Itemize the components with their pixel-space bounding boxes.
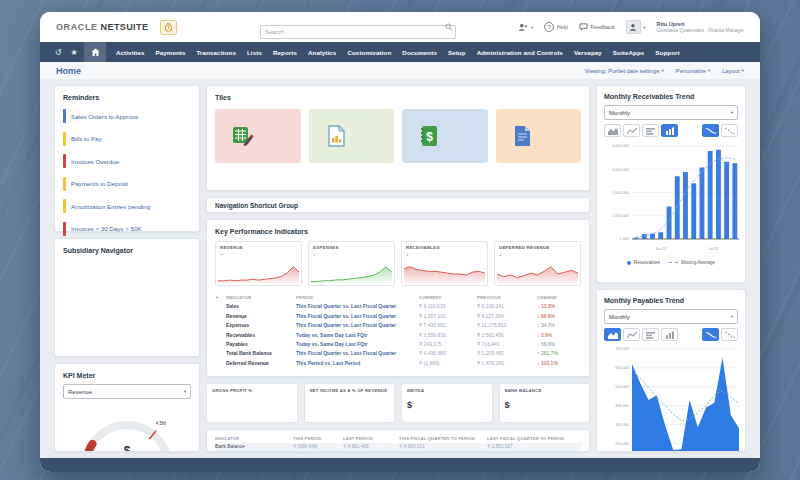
nav-item[interactable]: Setup <box>448 49 466 56</box>
kpi-card-expenses[interactable]: EXPENSES ↓ <box>308 241 395 286</box>
kpi-row-previous: ₹ 1,209,482 <box>477 349 537 358</box>
sum-col-last-period: LAST PERIOD <box>343 435 399 443</box>
navigation-shortcut-portlet: Navigation Shortcut Group <box>206 197 590 213</box>
user-menu[interactable]: ▾ <box>626 20 646 34</box>
kpi-row-current: ₹ 249,175 <box>419 340 477 349</box>
kpi-row-period-link[interactable]: This Period vs. Last Period <box>296 359 419 368</box>
navigation-shortcut-title: Navigation Shortcut Group <box>215 202 298 209</box>
kpi-row-change: ↓ 66.8% <box>537 340 581 349</box>
area-chart-button[interactable] <box>604 328 621 341</box>
trendline-off-button[interactable] <box>721 124 738 137</box>
shortcuts-star-icon[interactable]: ★ <box>66 48 82 57</box>
nav-item[interactable]: Payments <box>156 49 186 56</box>
kpi-table: ▼ INDICATOR PERIOD CURRENT PREVIOUS CHAN… <box>215 293 581 368</box>
kpi-table-body: Sales This Fiscal Quarter vs. Last Fisca… <box>215 302 581 368</box>
line-chart-button[interactable] <box>623 124 640 137</box>
line-chart-button[interactable] <box>623 328 640 341</box>
search-icon[interactable] <box>445 23 453 31</box>
trendline-on-button[interactable] <box>702 124 719 137</box>
reminder-item[interactable]: Invoices > 30 Days > 50K <box>63 222 191 236</box>
nav-item[interactable]: Support <box>655 49 679 56</box>
kpi-card-receivables[interactable]: RECEIVABLES ↓ <box>401 241 488 286</box>
summary-card-label: NET INCOME AS A % OF REVENUE <box>310 388 390 393</box>
payables-period-select[interactable]: Monthly ▾ <box>604 309 738 324</box>
filter-icon[interactable]: ▼ <box>215 293 226 302</box>
tile-ledger-dollar[interactable]: $ <box>402 109 488 163</box>
kpi-card-revenue[interactable]: REVENUE – <box>215 241 302 286</box>
column-chart-button[interactable] <box>661 328 678 341</box>
kpi-row-period-link[interactable]: This Fiscal Quarter vs. Last Fiscal Quar… <box>296 312 419 321</box>
user-role: Constance Quakestans - Finance Manager <box>656 28 744 34</box>
trendline-off-button[interactable] <box>721 328 738 341</box>
kpi-card-deferred-revenue[interactable]: DEFERRED REVENUE ↓ <box>494 241 581 286</box>
nav-item[interactable]: Transactions <box>197 49 236 56</box>
nav-item[interactable]: Versapay <box>574 49 602 56</box>
area-chart-button[interactable] <box>604 124 621 137</box>
trendline-on-button[interactable] <box>702 328 719 341</box>
kpi-card-label: RECEIVABLES <box>406 245 483 250</box>
reminder-severity-bar <box>63 222 66 236</box>
reminder-severity-bar <box>63 177 66 191</box>
nav-item[interactable]: Analytics <box>308 49 336 56</box>
kpi-row-period-link[interactable]: This Fiscal Quarter vs. Last Fiscal Quar… <box>296 349 419 358</box>
nav-item[interactable]: Documents <box>402 49 437 56</box>
kpi-card-label: EXPENSES <box>313 245 390 250</box>
hbar-chart-button[interactable] <box>642 124 659 137</box>
reminder-severity-bar <box>63 154 66 168</box>
summary-card[interactable]: EBITDA $ <box>401 383 493 423</box>
reminder-item[interactable]: Amortization Entries pending <box>63 199 191 213</box>
payables-chart-toolbar <box>604 328 738 341</box>
reminder-item[interactable]: Bills to Pay <box>63 132 191 146</box>
kpi-meter-selected-option: Revenue <box>68 389 92 395</box>
kpi-row-period-link[interactable]: Today vs. Same Day Last FQtr <box>296 331 419 340</box>
kpi-table-row: Sales This Fiscal Quarter vs. Last Fisca… <box>215 302 581 311</box>
column-chart-button[interactable] <box>661 124 678 137</box>
feedback-menu[interactable]: Feedback <box>579 23 615 31</box>
summary-card[interactable]: GROSS PROFIT % <box>206 383 298 423</box>
kpi-portlet: Key Performance Indicators REVENUE – EXP… <box>206 219 590 377</box>
search-input[interactable] <box>260 25 456 39</box>
receivables-period-select[interactable]: Monthly ▾ <box>604 105 738 120</box>
help-menu[interactable]: ? Help <box>544 22 568 32</box>
tile-report-document[interactable] <box>309 109 395 163</box>
timer-icon[interactable] <box>160 20 177 35</box>
kpi-row-period-link[interactable]: This Fiscal Quarter vs. Last Fiscal Quar… <box>296 321 419 330</box>
hbar-chart-button[interactable] <box>642 328 659 341</box>
reminder-item[interactable]: Sales Orders to Approve <box>63 109 191 123</box>
viewing-settings-dropdown[interactable]: Viewing: Portlet date settings▾ <box>585 68 664 74</box>
kpi-row-period-link[interactable]: Today vs. Same Day Last FQtr <box>296 340 419 349</box>
reminders-title: Reminders <box>63 94 191 101</box>
recent-records-icon[interactable]: ↺ <box>50 48 66 57</box>
nav-item[interactable]: Activities <box>116 49 145 56</box>
kpi-row-indicator: Receivables <box>226 331 296 340</box>
nav-item[interactable]: Customization <box>347 49 391 56</box>
reminder-item[interactable]: Invoices Overdue <box>63 154 191 168</box>
oracle-netsuite-logo[interactable]: ORACLE NETSUITE <box>56 22 148 32</box>
nav-item[interactable]: Administration and Controls <box>477 49 563 56</box>
kpi-row-indicator: Deferred Revenue <box>226 359 296 368</box>
reminder-item[interactable]: Payments to Deposit <box>63 177 191 191</box>
kpi-row-previous: ₹ 1,476,260 <box>477 359 537 368</box>
home-tab[interactable] <box>84 42 106 62</box>
kpi-row-indicator: Expenses <box>226 321 296 330</box>
svg-text:3,000,000: 3,000,000 <box>612 168 629 172</box>
create-new-menu[interactable]: ▾ <box>518 23 533 32</box>
svg-text:1,000: 1,000 <box>619 237 629 241</box>
tile-spreadsheet-edit[interactable] <box>215 109 301 163</box>
kpi-row-period-link[interactable]: This Fiscal Quarter vs. Last Fiscal Quar… <box>296 302 419 311</box>
nav-item[interactable]: Lists <box>247 49 262 56</box>
kpi-meter-select[interactable]: Revenue ▾ <box>63 384 191 399</box>
personalize-dropdown[interactable]: Personalize▾ <box>676 68 711 74</box>
svg-text:300,000: 300,000 <box>615 423 629 427</box>
summary-card[interactable]: BANK BALANCE $ <box>499 383 591 423</box>
tile-document[interactable] <box>496 109 582 163</box>
layout-dropdown[interactable]: Layout▾ <box>722 68 744 74</box>
feedback-label: Feedback <box>590 24 614 30</box>
summary-card-label: EBITDA <box>407 388 487 393</box>
summary-card[interactable]: NET INCOME AS A % OF REVENUE <box>304 383 396 423</box>
svg-text:400,000: 400,000 <box>615 404 629 408</box>
kpi-col-indicator: INDICATOR <box>226 294 296 302</box>
nav-item[interactable]: Reports <box>273 49 297 56</box>
nav-item[interactable]: SuiteApps <box>613 49 645 56</box>
kpi-row-indicator: Revenue <box>226 312 296 321</box>
